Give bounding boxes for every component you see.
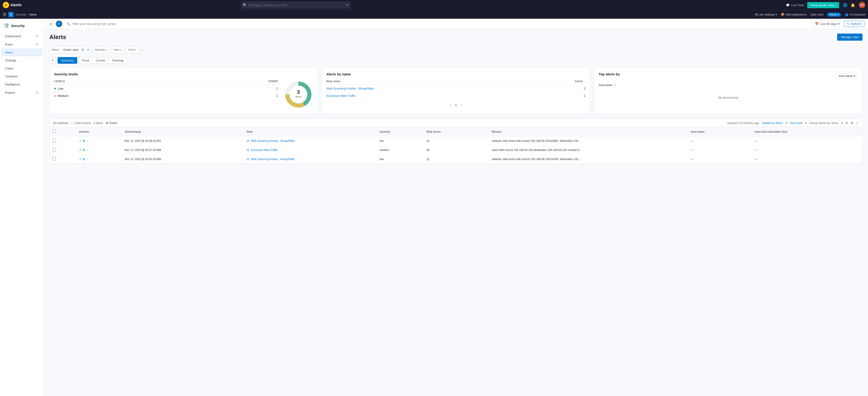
split-view-icon[interactable]: ⊞ <box>851 121 854 125</box>
rule-name-1[interactable]: Web Scanning Activity - Nmap/Nikto <box>327 87 584 90</box>
tab-counts[interactable]: Counts <box>92 57 108 64</box>
ml-job-settings-button[interactable]: ML job settings ▾ <box>755 13 777 16</box>
setup-guide-button[interactable]: Setup guide: step 1 <box>807 2 839 8</box>
prev-page-button[interactable]: ‹ <box>448 102 453 108</box>
td-actions-2: ↗ ⊞ ··· <box>76 145 122 155</box>
elastic-logo[interactable]: e elastic <box>3 2 22 8</box>
th-checkbox <box>50 127 76 136</box>
refresh-button[interactable]: ↻ Refresh <box>844 21 864 27</box>
td-host-risk-1: — <box>752 136 862 145</box>
th-rule[interactable]: Rule <box>244 127 377 136</box>
alerts-by-name-panel: Alerts by name Rule name Count ↓ Web Sca… <box>322 67 590 114</box>
nav-icon-group: 🌐 🔔 <box>843 3 855 7</box>
th-risk-score[interactable]: Risk Score ↓ <box>424 127 489 136</box>
add-integrations-button[interactable]: 📦 Add integrations <box>781 13 807 16</box>
sidebar-item-intelligence[interactable]: Intelligence <box>1 80 42 88</box>
td-host-risk-3: — <box>752 155 862 164</box>
expand-icon-3[interactable]: ↗ <box>79 157 81 161</box>
more-filters-button[interactable]: ··· <box>140 47 145 52</box>
time-range-button[interactable]: 📅 Last 90 days ▾ <box>812 21 842 27</box>
status-filter-chip[interactable]: Status closed, open 2 ▾ <box>49 46 91 54</box>
row-checkbox-3[interactable] <box>52 157 56 161</box>
next-page-button[interactable]: › <box>459 102 464 108</box>
sidebar-item-explore[interactable]: Explore ⊞ <box>1 88 42 97</box>
globe-icon[interactable]: 🌐 <box>843 3 847 7</box>
panels-row: Severity levels Levels Count Low <box>49 67 863 114</box>
rule-link-1[interactable]: Web Scanning Activity - Nmap/Nikto <box>251 139 295 142</box>
plus-icon: + <box>58 22 60 26</box>
sidebar-item-findings[interactable]: Findings <box>1 57 42 64</box>
th-host-name[interactable]: host.name ↓ <box>688 127 752 136</box>
th-host-risk[interactable]: host.risk.calculated_leve <box>752 127 862 136</box>
sort-info: ↕ 1 field sorted <box>71 121 91 125</box>
kql-input[interactable] <box>72 22 808 26</box>
rule-link-3[interactable]: Web Scanning Activity - Nmap/Nikto <box>251 158 295 161</box>
additional-filters-button[interactable]: Additional filters <box>762 121 783 125</box>
ai-assistant-button[interactable]: 👥 AI Assistant <box>845 13 865 16</box>
columns-button[interactable]: ⊟ Columns <box>53 121 68 125</box>
manage-rules-button[interactable]: Manage rules <box>837 34 863 41</box>
expand-icon-1[interactable]: ↗ <box>79 139 81 142</box>
explore-grid-icon: ⊞ <box>36 91 39 94</box>
row-checkbox-2[interactable] <box>52 148 56 152</box>
low-count: 2 <box>276 87 278 90</box>
row-checkbox-1[interactable] <box>52 139 56 142</box>
td-rule-2: ⊟ Excessive Web Traffic <box>244 145 377 155</box>
search-input[interactable] <box>241 1 351 9</box>
notification-icon[interactable]: 🔔 <box>850 3 855 7</box>
host-filter-chip[interactable]: Host ▾ <box>126 46 139 54</box>
td-rule-1: ⊟ Web Scanning Activity - Nmap/Nikto <box>244 136 377 145</box>
count-col-header: Count <box>268 80 278 83</box>
data-view-button[interactable]: Data view <box>810 13 824 16</box>
network-icon-1: ⊟ <box>247 139 249 142</box>
timeline-icon-3[interactable]: ⊞ <box>83 157 85 161</box>
tab-trend[interactable]: Trend <box>78 57 93 64</box>
user-filter-chip[interactable]: User ▾ <box>111 46 124 54</box>
more-icon-2[interactable]: ··· <box>87 148 89 152</box>
select-all-checkbox[interactable] <box>52 130 56 133</box>
grid-view-button[interactable]: Grid view <box>790 121 802 125</box>
breadcrumb-alerts[interactable]: Alerts <box>29 13 36 16</box>
rule-count-2: 1 <box>584 94 585 98</box>
alert-row-1: Web Scanning Activity - Nmap/Nikto 2 <box>327 85 586 92</box>
time-range-label: Last 90 days <box>820 22 837 26</box>
search-shortcut: ⌘/ <box>345 4 349 7</box>
rule-link-2[interactable]: Excessive Web Traffic <box>251 148 278 152</box>
timeline-icon-1[interactable]: ⊞ <box>83 139 85 142</box>
fullscreen-icon[interactable]: ⤢ <box>856 121 859 125</box>
sidebar-item-timelines[interactable]: Timelines <box>1 72 42 80</box>
avatar[interactable]: CH <box>859 2 865 8</box>
sidebar-item-alerts[interactable]: Alerts <box>1 48 42 57</box>
more-icon-3[interactable]: ··· <box>87 157 89 161</box>
fields-button[interactable]: ⊞ Fields <box>106 121 117 125</box>
alerts-tab-badge[interactable]: Alerts ▾ <box>827 12 841 17</box>
rule-name-2[interactable]: Excessive Web Traffic <box>327 94 584 98</box>
tab-treemap[interactable]: Treemap <box>108 57 127 64</box>
sidebar-item-rules[interactable]: Rules ⊞ <box>1 40 42 48</box>
collapse-viz-button[interactable]: ▾ <box>49 57 56 64</box>
filter-icon-button[interactable]: ⊟ <box>48 21 54 27</box>
sidebar-item-cases[interactable]: Cases <box>1 64 42 72</box>
breadcrumb-security[interactable]: Security <box>16 13 26 16</box>
hamburger-menu-button[interactable]: ☰ <box>3 12 6 17</box>
group-alerts-button[interactable]: Group alerts by: None <box>809 121 839 125</box>
columns-label: Columns <box>57 121 68 125</box>
medium-label: Medium <box>58 94 68 98</box>
tab-summary[interactable]: Summary <box>58 57 77 64</box>
th-reason[interactable]: Reason <box>489 127 688 136</box>
timelines-label: Timelines <box>5 75 18 78</box>
more-icon-1[interactable]: ··· <box>87 139 89 142</box>
th-severity[interactable]: Severity <box>377 127 424 136</box>
live-chat-button[interactable]: 💬 Live Chat <box>786 3 804 7</box>
add-filter-button[interactable]: + <box>56 21 62 27</box>
severity-badge-3: low <box>379 158 383 161</box>
sidebar: 🛡️ Security Dashboards ⊞ Rules ⊞ Alerts … <box>0 19 44 396</box>
top-alerts-dropdown[interactable]: host.name ▾ <box>836 73 858 79</box>
sidebar-item-dashboards[interactable]: Dashboards ⊞ <box>1 32 42 40</box>
global-search[interactable]: 🔍 ⌘/ <box>241 1 351 9</box>
severity-filter-chip[interactable]: Severity ▾ <box>92 46 109 54</box>
expand-icon-2[interactable]: ↗ <box>79 148 81 152</box>
table-view-icon[interactable]: ⊟ <box>846 121 848 125</box>
timeline-icon-2[interactable]: ⊞ <box>83 148 85 152</box>
th-timestamp[interactable]: @timestamp ↓ <box>122 127 244 136</box>
